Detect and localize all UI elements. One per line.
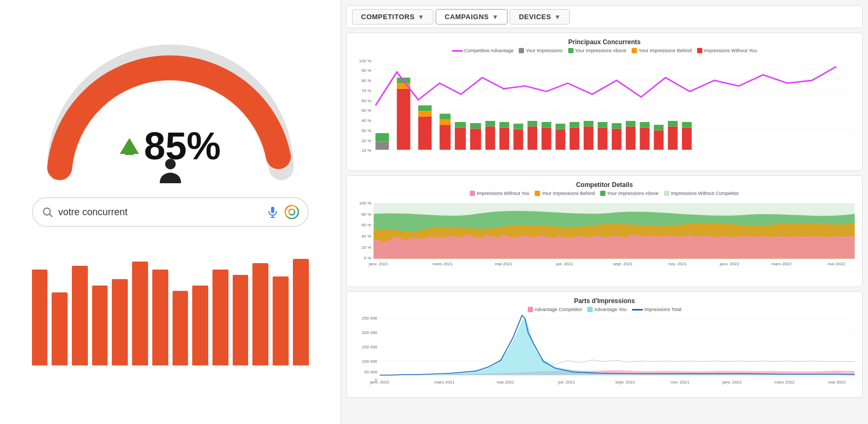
chart2-legend: Impressions Without You Your Impressions… xyxy=(354,191,855,196)
legend2-dot-orange xyxy=(535,191,540,196)
legend3-advantage-competitor: Advantage Competitor xyxy=(528,307,583,312)
svg-rect-61 xyxy=(612,129,621,150)
svg-text:janv. 2022: janv. 2022 xyxy=(722,380,741,385)
svg-rect-64 xyxy=(626,121,635,126)
legend-line-magenta xyxy=(452,50,463,52)
legend-dot-orange xyxy=(632,48,637,53)
svg-rect-38 xyxy=(439,113,451,119)
svg-rect-62 xyxy=(612,123,621,128)
svg-rect-57 xyxy=(584,126,593,150)
legend2-dot-green xyxy=(600,191,605,196)
bar-item xyxy=(112,279,128,366)
legend2-without-competitor: Impressions Without Competitor xyxy=(664,191,739,196)
svg-rect-29 xyxy=(375,133,389,142)
legend-impressions-behind: Your Impressions Behind xyxy=(632,48,692,53)
svg-rect-35 xyxy=(418,105,431,111)
camera-icon[interactable] xyxy=(284,205,299,219)
bar-item xyxy=(52,292,68,366)
bar-item xyxy=(173,291,189,365)
tab-campaigns[interactable]: CAMPAIGNS ▼ xyxy=(436,9,507,25)
left-panel: 85% votre concurrent xyxy=(0,0,341,424)
legend3-line-blue xyxy=(632,309,643,311)
svg-rect-39 xyxy=(455,127,466,150)
legend2-behind: Your Impressions Behind xyxy=(535,191,595,196)
svg-rect-48 xyxy=(513,124,523,129)
svg-text:30 %: 30 % xyxy=(362,128,371,133)
svg-rect-65 xyxy=(640,127,649,150)
svg-rect-36 xyxy=(439,125,451,150)
svg-rect-68 xyxy=(654,125,664,130)
svg-point-7 xyxy=(289,209,294,215)
svg-rect-3 xyxy=(271,207,274,213)
svg-text:10 %: 10 % xyxy=(362,149,371,153)
svg-text:juil. 2021: juil. 2021 xyxy=(558,380,575,385)
svg-text:mai 2022: mai 2022 xyxy=(828,262,845,266)
svg-rect-51 xyxy=(542,127,551,150)
mic-icon[interactable] xyxy=(266,206,279,218)
trend-arrow-up xyxy=(119,138,138,154)
svg-rect-40 xyxy=(455,122,466,127)
svg-rect-50 xyxy=(528,121,537,126)
svg-rect-63 xyxy=(626,126,635,150)
svg-rect-53 xyxy=(555,129,565,150)
svg-text:40 %: 40 % xyxy=(362,118,371,123)
chart2-area: 100 % 80 % 60 % 40 % 20 % 0 % xyxy=(354,198,855,277)
svg-text:50 %: 50 % xyxy=(362,109,371,113)
search-bar[interactable]: votre concurrent xyxy=(32,197,309,227)
svg-text:mars 2022: mars 2022 xyxy=(772,262,792,266)
tab-devices[interactable]: DEVICES ▼ xyxy=(510,9,570,25)
svg-rect-72 xyxy=(682,122,692,127)
chart-parts-impressions: Parts d'Impressions Advantage Competitor… xyxy=(346,291,863,398)
svg-text:70 %: 70 % xyxy=(362,88,371,93)
legend-dot-green xyxy=(568,48,574,53)
bar-item xyxy=(293,259,309,365)
svg-text:mars 2022: mars 2022 xyxy=(774,380,795,385)
legend-dot-red xyxy=(697,48,702,53)
right-panel: COMPETITORS ▼ CAMPAIGNS ▼ DEVICES ▼ Prin… xyxy=(341,0,868,424)
svg-text:mai 2022: mai 2022 xyxy=(828,380,846,385)
svg-text:janv. 2022: janv. 2022 xyxy=(719,262,739,266)
svg-rect-52 xyxy=(542,122,551,127)
svg-text:100 %: 100 % xyxy=(359,59,371,63)
svg-rect-42 xyxy=(470,123,481,128)
svg-rect-70 xyxy=(668,121,677,126)
svg-rect-49 xyxy=(528,126,537,150)
svg-text:mars 2021: mars 2021 xyxy=(432,262,453,266)
tab-bar: COMPETITORS ▼ CAMPAIGNS ▼ DEVICES ▼ xyxy=(346,5,863,28)
bar-item xyxy=(233,275,249,365)
legend-competitive-advantage: Competitive Advantage xyxy=(452,48,514,53)
svg-point-6 xyxy=(285,206,298,219)
svg-rect-56 xyxy=(570,122,579,127)
svg-text:60 %: 60 % xyxy=(362,223,372,227)
svg-rect-66 xyxy=(640,122,649,127)
legend-your-impressions: Your Impressions xyxy=(519,48,562,53)
svg-text:200 000: 200 000 xyxy=(362,331,378,335)
person-icon xyxy=(154,158,186,186)
filter-icon-devices: ▼ xyxy=(554,13,561,21)
bar-item xyxy=(72,266,88,366)
tab-competitors[interactable]: COMPETITORS ▼ xyxy=(352,9,433,25)
bar-item xyxy=(32,270,48,365)
svg-text:nov. 2021: nov. 2021 xyxy=(668,262,687,266)
svg-text:sept. 2021: sept. 2021 xyxy=(615,380,635,385)
svg-text:janv. 2021: janv. 2021 xyxy=(369,262,388,266)
svg-text:mai 2021: mai 2021 xyxy=(497,380,514,385)
svg-rect-67 xyxy=(654,131,664,150)
chart-principaux-concurrents: Principaux Concurrents Competitive Advan… xyxy=(346,32,863,171)
svg-text:60 %: 60 % xyxy=(362,99,371,103)
svg-text:20 %: 20 % xyxy=(362,138,371,143)
svg-rect-55 xyxy=(570,127,579,150)
svg-line-2 xyxy=(50,214,52,217)
svg-text:80 %: 80 % xyxy=(362,78,371,83)
chart1-area: 100 % 90 % 80 % 70 % 60 % 50 % 40 % 30 %… xyxy=(354,55,855,161)
bar-chart xyxy=(32,243,309,365)
svg-text:80 %: 80 % xyxy=(362,212,372,216)
svg-rect-60 xyxy=(597,122,607,127)
svg-text:mars 2021: mars 2021 xyxy=(435,380,455,385)
svg-rect-41 xyxy=(470,129,481,150)
chart3-area: 250 000 200 000 150 000 100 000 50 000 0 xyxy=(354,314,855,388)
chart2-title: Competitor Details xyxy=(354,181,855,189)
legend3-advantage-you: Advantage You xyxy=(587,307,627,312)
bar-item xyxy=(152,270,168,365)
svg-point-1 xyxy=(43,208,50,215)
